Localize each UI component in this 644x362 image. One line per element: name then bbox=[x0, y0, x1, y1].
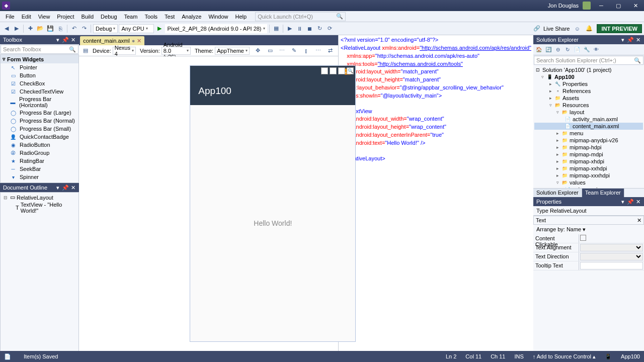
tree-node[interactable]: ▸📁mipmap-anydpi-v26 bbox=[534, 137, 643, 144]
pin-icon[interactable]: 📌 bbox=[62, 37, 68, 43]
minimize-button[interactable]: ─ bbox=[595, 1, 608, 11]
sync-icon[interactable]: ↻ bbox=[564, 46, 572, 54]
theme-combo[interactable]: AppTheme bbox=[215, 47, 250, 55]
overlay-icon[interactable]: ◫ bbox=[321, 67, 328, 74]
start-button[interactable]: ▶ bbox=[155, 24, 164, 33]
menu-test[interactable]: Test bbox=[161, 13, 178, 21]
tab-solution-explorer[interactable]: Solution Explorer bbox=[533, 189, 582, 197]
tb-icon-3[interactable]: ⏸ bbox=[295, 24, 304, 33]
toolbox-item[interactable]: ─SeekBar bbox=[1, 165, 78, 173]
close-icon[interactable]: ✕ bbox=[70, 37, 76, 43]
prop-checkbox[interactable] bbox=[580, 235, 586, 241]
toolbox-item[interactable]: 👤QuickContactBadge bbox=[1, 133, 78, 141]
version-combo[interactable]: Android 8.0 (v26) bbox=[162, 47, 191, 55]
pin-icon[interactable]: ▾ bbox=[55, 37, 61, 43]
tree-node[interactable]: ▸📁mipmap-mdpi bbox=[534, 151, 643, 158]
menu-team[interactable]: Team bbox=[121, 13, 141, 21]
menu-window[interactable]: Window bbox=[205, 13, 231, 21]
config-combo[interactable]: Debug bbox=[93, 24, 118, 33]
more-icon[interactable]: ⋯ bbox=[278, 46, 287, 55]
live-share-button[interactable]: Live Share bbox=[543, 26, 570, 32]
undo-button[interactable]: ↶ bbox=[69, 24, 78, 33]
toolbox-item[interactable]: ◯Progress Bar (Normal) bbox=[1, 117, 78, 125]
outline-child[interactable]: TTextView - "Hello World!" bbox=[2, 201, 77, 214]
props-category[interactable]: Text✕ bbox=[533, 216, 644, 225]
tree-node[interactable]: ▸📁mipmap-xhdpi bbox=[534, 158, 643, 165]
menu-project[interactable]: Project bbox=[53, 13, 77, 21]
prop-combo[interactable] bbox=[580, 253, 643, 260]
source-control-button[interactable]: ↑ Add to Source Control ▴ bbox=[533, 353, 596, 360]
tree-node[interactable]: ▿📂values bbox=[534, 179, 643, 186]
platform-combo[interactable]: Any CPU bbox=[119, 24, 154, 33]
toolbox-item[interactable]: ▭Button bbox=[1, 71, 78, 79]
menu-build[interactable]: Build bbox=[78, 13, 97, 21]
doc-tab[interactable]: content_main.axml●✕ bbox=[80, 36, 144, 45]
toolbox-group[interactable]: ▿Form Widgets bbox=[1, 55, 78, 63]
tree-node[interactable]: ▿📂Resources bbox=[534, 102, 643, 109]
menu-view[interactable]: View bbox=[35, 13, 54, 21]
feedback-button[interactable]: ☺ bbox=[573, 24, 582, 33]
avatar[interactable] bbox=[583, 2, 591, 10]
menu-file[interactable]: File bbox=[2, 13, 18, 21]
close-icon[interactable]: ✕ bbox=[635, 199, 641, 205]
view-mode-icon[interactable]: ▤ bbox=[82, 46, 89, 55]
close-icon[interactable]: ✕ bbox=[635, 37, 641, 43]
tree-node[interactable]: ▸📁mipmap-hdpi bbox=[534, 144, 643, 151]
clear-icon[interactable]: ✕ bbox=[637, 217, 641, 224]
overlay-icon[interactable]: ⊙ bbox=[338, 67, 345, 74]
menu-debug[interactable]: Debug bbox=[97, 13, 120, 21]
tab-team-explorer[interactable]: Team Explorer bbox=[582, 189, 624, 197]
toolbox-item[interactable]: ◉RadioButton bbox=[1, 141, 78, 149]
open-button[interactable]: 📂 bbox=[36, 24, 45, 33]
menu-edit[interactable]: Edit bbox=[18, 13, 35, 21]
refresh-icon[interactable]: 🔄 bbox=[544, 46, 552, 54]
back-button[interactable]: ◀ bbox=[2, 24, 11, 33]
tree-node[interactable]: ▸📁mipmap-xxhdpi bbox=[534, 165, 643, 172]
tree-node[interactable]: ▸🔧Properties bbox=[534, 80, 643, 87]
menu-analyze[interactable]: Analyze bbox=[178, 13, 205, 21]
toolbox-item[interactable]: ★RatingBar bbox=[1, 157, 78, 165]
menu-tools[interactable]: Tools bbox=[141, 13, 161, 21]
maximize-button[interactable]: ▢ bbox=[612, 1, 625, 11]
toolbox-search-input[interactable]: Search Toolbox🔍 bbox=[1, 45, 78, 54]
properties-icon[interactable]: 🔧 bbox=[583, 46, 591, 54]
tree-node[interactable]: ▿📂layout bbox=[534, 109, 643, 116]
toolbox-item[interactable]: ☑CheckBox bbox=[1, 79, 78, 87]
edit-icon[interactable]: ✎ bbox=[290, 46, 299, 55]
outline-root[interactable]: ⊟▭RelativeLayout bbox=[2, 194, 77, 201]
tb-icon-6[interactable]: ⟳ bbox=[326, 24, 335, 33]
menu-help[interactable]: Help bbox=[232, 13, 251, 21]
home-icon[interactable]: 🏠 bbox=[535, 46, 543, 54]
notifications-button[interactable]: 🔔 bbox=[585, 24, 594, 33]
tree-node[interactable]: ▸📁menu bbox=[534, 130, 643, 137]
new-button[interactable]: ✚ bbox=[26, 24, 35, 33]
tree-node[interactable]: ▸📁Assets bbox=[534, 95, 643, 102]
code-editor[interactable]: <?xml version="1.0" encoding="utf-8"?> <… bbox=[339, 35, 533, 362]
prop-text[interactable] bbox=[580, 262, 643, 269]
solution-node[interactable]: ⊡Solution 'App100' (1 project) bbox=[534, 66, 643, 73]
select-icon[interactable]: ▭ bbox=[266, 46, 275, 55]
device-combo[interactable]: Nexus 4 bbox=[113, 47, 136, 55]
overlay-icon[interactable]: 🔍 bbox=[347, 67, 354, 74]
tb-icon-4[interactable]: ⏹ bbox=[305, 24, 314, 33]
preview-icon[interactable]: 👁 bbox=[592, 46, 600, 54]
overlay-icon[interactable]: ☼ bbox=[330, 67, 337, 74]
save-all-button[interactable]: ⎘ bbox=[56, 24, 65, 33]
save-button[interactable]: 💾 bbox=[46, 24, 55, 33]
project-node[interactable]: ▿📱App100 bbox=[534, 73, 643, 80]
pan-icon[interactable]: ✥ bbox=[254, 46, 263, 55]
swap-icon[interactable]: ⇄ bbox=[326, 46, 335, 55]
prop-combo[interactable] bbox=[580, 244, 643, 251]
toolbox-item[interactable]: ↖Pointer bbox=[1, 63, 78, 71]
device-combo[interactable]: Pixel_2_API_28 (Android 9.0 - API 28) bbox=[165, 24, 267, 33]
toolbox-item[interactable]: ▾Spinner bbox=[1, 173, 78, 181]
split-icon[interactable]: ⫿ bbox=[302, 46, 311, 55]
toolbox-item[interactable]: ▬Progress Bar (Horizontal) bbox=[1, 96, 78, 109]
file-node[interactable]: 📄content_main.axml bbox=[534, 123, 643, 130]
toolbox-item[interactable]: ◯Progress Bar (Small) bbox=[1, 125, 78, 133]
design-surface[interactable]: 📶 ◫ ☼ ⊙ 🔍 App100 Hello World! bbox=[79, 56, 338, 353]
show-all-icon[interactable]: 📄 bbox=[573, 46, 581, 54]
toolbox-item[interactable]: ◯Progress Bar (Large) bbox=[1, 109, 78, 117]
pin-icon[interactable]: 📌 bbox=[62, 185, 68, 191]
tb-icon-2[interactable]: ▶ bbox=[285, 24, 294, 33]
